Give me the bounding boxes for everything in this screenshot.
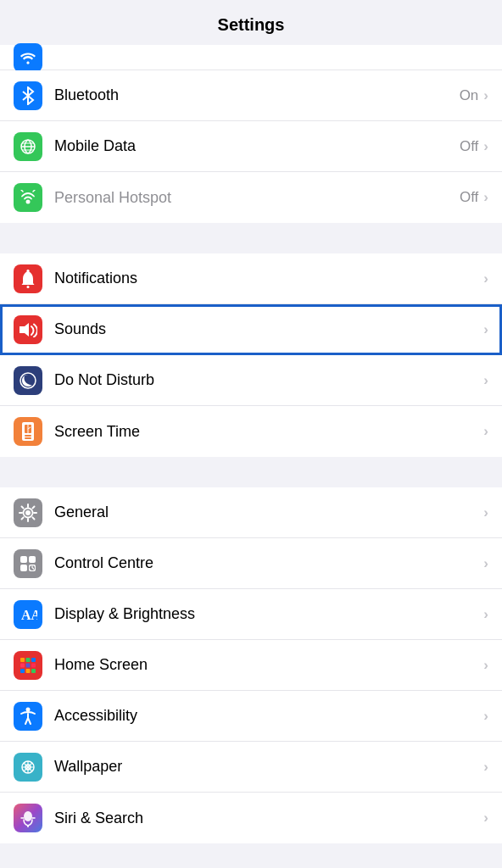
page-title: Settings: [0, 0, 502, 45]
svg-text:AA: AA: [21, 608, 37, 622]
notifications-icon: [14, 264, 42, 293]
svg-rect-3: [27, 270, 30, 272]
notifications-row[interactable]: Notifications ›: [0, 253, 502, 304]
screen-time-icon: [14, 417, 42, 446]
personal-hotspot-icon: [14, 183, 42, 212]
accessibility-icon: [14, 702, 42, 731]
svg-point-10: [25, 510, 31, 515]
wifi-row-partial[interactable]: [0, 45, 502, 70]
svg-rect-13: [29, 556, 36, 563]
display-brightness-row[interactable]: AA Display & Brightness ›: [0, 589, 502, 640]
svg-rect-19: [26, 658, 31, 662]
do-not-disturb-row[interactable]: Do Not Disturb ›: [0, 355, 502, 406]
display-brightness-chevron: ›: [483, 606, 488, 623]
personal-hotspot-row[interactable]: Personal Hotspot Off ›: [0, 172, 502, 223]
bluetooth-chevron: ›: [483, 87, 488, 104]
bluetooth-label: Bluetooth: [54, 86, 460, 104]
do-not-disturb-label: Do Not Disturb: [54, 371, 483, 389]
bluetooth-value: On: [460, 87, 479, 104]
wallpaper-chevron: ›: [483, 759, 488, 776]
personal-hotspot-label: Personal Hotspot: [54, 189, 460, 207]
do-not-disturb-icon: [14, 366, 42, 395]
svg-rect-24: [20, 669, 25, 673]
svg-rect-20: [31, 658, 36, 662]
wallpaper-label: Wallpaper: [54, 758, 483, 776]
general-icon: [14, 498, 42, 527]
general-label: General: [54, 504, 483, 521]
display-brightness-label: Display & Brightness: [54, 605, 483, 623]
accessibility-label: Accessibility: [54, 707, 483, 725]
wallpaper-row[interactable]: Wallpaper ›: [0, 742, 502, 793]
mobile-data-label: Mobile Data: [54, 137, 460, 155]
wallpaper-icon: [14, 753, 42, 782]
sounds-icon: [14, 315, 42, 344]
mobile-data-row[interactable]: Mobile Data Off ›: [0, 121, 502, 172]
svg-marker-4: [20, 323, 29, 337]
general-chevron: ›: [483, 504, 488, 521]
bluetooth-icon: [14, 81, 42, 110]
svg-rect-25: [26, 669, 31, 673]
siri-icon: [14, 804, 42, 832]
siri-search-chevron: ›: [483, 810, 488, 826]
svg-rect-22: [26, 663, 31, 667]
sounds-row[interactable]: Sounds ›: [0, 304, 502, 355]
wifi-icon: [14, 43, 42, 72]
svg-rect-12: [20, 556, 27, 563]
notifications-chevron: ›: [483, 270, 488, 287]
svg-point-27: [26, 707, 31, 711]
do-not-disturb-chevron: ›: [483, 372, 488, 389]
accessibility-row[interactable]: Accessibility ›: [0, 691, 502, 742]
personal-hotspot-chevron: ›: [483, 189, 488, 206]
sounds-label: Sounds: [54, 320, 483, 338]
control-centre-icon: [14, 549, 42, 578]
section-gap-2: [0, 457, 502, 487]
mobile-data-chevron: ›: [483, 138, 488, 155]
svg-point-1: [26, 200, 31, 204]
display-brightness-icon: AA: [14, 600, 42, 629]
control-centre-chevron: ›: [483, 555, 488, 572]
svg-rect-26: [31, 669, 36, 673]
mobile-data-icon: [14, 132, 42, 161]
home-screen-row[interactable]: Home Screen ›: [0, 640, 502, 691]
control-centre-label: Control Centre: [54, 554, 483, 572]
siri-search-label: Siri & Search: [54, 810, 483, 827]
svg-rect-8: [25, 435, 31, 437]
control-centre-row[interactable]: Control Centre ›: [0, 538, 502, 589]
svg-point-2: [27, 286, 30, 288]
svg-rect-18: [20, 658, 25, 662]
svg-point-30: [24, 811, 32, 821]
siri-search-row[interactable]: Siri & Search ›: [0, 793, 502, 843]
home-screen-chevron: ›: [483, 657, 488, 674]
screen-time-chevron: ›: [483, 423, 488, 440]
sounds-chevron: ›: [483, 321, 488, 338]
personal-hotspot-value: Off: [460, 189, 478, 206]
svg-rect-21: [20, 663, 25, 667]
svg-rect-14: [20, 565, 27, 571]
screen-time-label: Screen Time: [54, 423, 483, 441]
bluetooth-row[interactable]: Bluetooth On ›: [0, 70, 502, 121]
notifications-label: Notifications: [54, 270, 483, 287]
home-screen-label: Home Screen: [54, 656, 483, 674]
accessibility-chevron: ›: [483, 708, 488, 725]
svg-rect-9: [25, 437, 31, 439]
section-gap-1: [0, 223, 502, 253]
screen-time-row[interactable]: Screen Time ›: [0, 406, 502, 457]
mobile-data-value: Off: [460, 138, 478, 155]
home-screen-icon: [14, 651, 42, 680]
general-row[interactable]: General ›: [0, 487, 502, 538]
svg-rect-23: [31, 663, 36, 667]
